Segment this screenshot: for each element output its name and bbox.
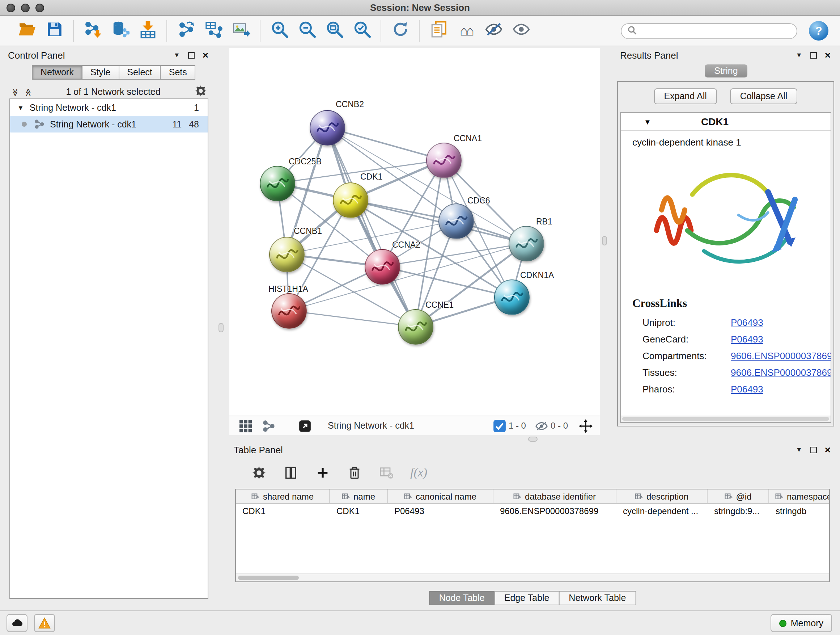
home-views-button[interactable]: ⌂⌂ (455, 20, 477, 42)
cloud-status-button[interactable] (6, 614, 27, 632)
show-graphics-details-button[interactable] (510, 20, 532, 42)
results-scrollbar-thumb[interactable] (622, 417, 829, 421)
crosslink-link[interactable]: P06493 (731, 317, 763, 328)
zoom-selected-button[interactable] (351, 20, 373, 42)
tab-select[interactable]: Select (118, 65, 161, 80)
hide-graphics-details-button[interactable] (483, 20, 504, 42)
birds-eye-view-button[interactable] (237, 417, 254, 434)
toolbar-search-field[interactable] (621, 23, 797, 39)
crosslink-link[interactable]: 9606.ENSP00000378699 (731, 350, 831, 361)
warnings-button[interactable] (34, 614, 55, 632)
column-header-shared-name[interactable]: shared name (236, 489, 330, 503)
network-collection-row[interactable]: ▼ String Network - cdk1 1 (10, 99, 208, 116)
expand-all-networks-icon[interactable]: ≫ (24, 88, 32, 96)
network-from-table-button[interactable] (202, 20, 224, 42)
table-cell[interactable]: stringdb:9... (707, 504, 769, 518)
column-header-description[interactable]: description (616, 489, 707, 503)
tab-sets[interactable]: Sets (160, 65, 196, 80)
edge-HIST1H1A-CCNE1[interactable] (289, 310, 415, 326)
column-header-namespace[interactable]: namespace (769, 489, 830, 503)
column-header-@id[interactable]: @id (707, 489, 769, 503)
delete-column-button[interactable] (347, 465, 363, 481)
function-builder-button[interactable]: f(x) (410, 466, 427, 480)
window-zoom-button[interactable] (35, 3, 44, 12)
control-panel-close-icon[interactable]: × (202, 50, 208, 60)
crosslink-link[interactable]: 9606.ENSP00000378699 (731, 367, 831, 378)
tab-network-table[interactable]: Network Table (559, 591, 636, 605)
new-network-button[interactable] (175, 20, 197, 42)
node-CCNA1[interactable] (426, 142, 461, 178)
window-titlebar[interactable]: Session: New Session (0, 0, 840, 16)
table-settings-button[interactable] (251, 465, 267, 481)
tab-node-table[interactable]: Node Table (429, 591, 495, 605)
table-panel-float-icon[interactable] (810, 447, 817, 453)
collapse-all-networks-icon[interactable]: ≫ (11, 88, 19, 96)
tab-edge-table[interactable]: Edge Table (494, 591, 560, 605)
hidden-indicator-button[interactable] (533, 417, 551, 434)
clipboard-button[interactable] (428, 20, 449, 42)
gene-caret-icon[interactable]: ▼ (644, 118, 651, 126)
table-cell[interactable]: stringdb (769, 504, 830, 518)
zoom-fit-button[interactable] (324, 20, 345, 42)
show-columns-button[interactable] (283, 465, 299, 481)
table-row[interactable]: CDK1CDK1P064939606.ENSP00000378699cyclin… (236, 504, 829, 518)
column-header-database-identifier[interactable]: database identifier (493, 489, 616, 503)
zoom-in-button[interactable] (268, 20, 290, 42)
import-network-database-button[interactable] (109, 20, 131, 42)
table-horizontal-scrollbar[interactable] (236, 573, 829, 581)
node-CDK1[interactable] (332, 182, 368, 218)
bottom-splitter-handle[interactable] (528, 437, 538, 442)
crosslink-link[interactable]: P06493 (731, 384, 763, 394)
edge-CCNB2-CCNE1[interactable] (327, 127, 415, 326)
table-cell[interactable]: P06493 (388, 504, 493, 518)
column-header-canonical-name[interactable]: canonical name (388, 489, 493, 503)
window-close-button[interactable] (6, 3, 15, 12)
refresh-view-button[interactable] (389, 20, 411, 42)
results-horizontal-scrollbar[interactable] (621, 416, 831, 422)
node-CDC25B[interactable] (259, 165, 295, 201)
table-scrollbar-thumb[interactable] (238, 576, 299, 580)
network-canvas[interactable]: CCNB2CCNA1CDC25BCDK1CDC6RB1CCNB1CCNA2CDK… (229, 48, 600, 416)
search-input[interactable] (640, 25, 791, 36)
pan-mode-button[interactable] (576, 417, 594, 434)
table-panel-close-icon[interactable]: × (825, 445, 831, 455)
network-row[interactable]: String Network - cdk1 11 48 (10, 116, 208, 133)
delete-table-button[interactable] (378, 465, 394, 481)
left-splitter-handle[interactable] (218, 323, 224, 333)
window-minimize-button[interactable] (21, 3, 30, 12)
crosslink-link[interactable]: P06493 (731, 334, 763, 345)
open-session-button[interactable] (16, 20, 38, 42)
results-panel-menu-icon[interactable]: ▼ (796, 51, 802, 59)
node-CDC6[interactable] (438, 203, 474, 239)
memory-button[interactable]: Memory (771, 614, 832, 632)
results-panel-close-icon[interactable]: × (825, 50, 831, 60)
results-panel-float-icon[interactable] (810, 52, 817, 58)
network-type-button[interactable] (260, 417, 277, 434)
table-cell[interactable]: CDK1 (236, 504, 330, 518)
node-CCNB2[interactable] (309, 110, 345, 145)
node-HIST1H1A[interactable] (271, 293, 306, 328)
node-CCNE1[interactable] (398, 309, 433, 344)
table-panel-menu-icon[interactable]: ▼ (796, 446, 802, 453)
table-cell[interactable]: 9606.ENSP00000378699 (493, 504, 616, 518)
right-splitter-handle[interactable] (602, 236, 607, 245)
export-image-button[interactable] (230, 20, 252, 42)
tab-style[interactable]: Style (82, 65, 119, 80)
node-CCNB1[interactable] (269, 236, 304, 272)
zoom-out-button[interactable] (296, 20, 317, 42)
collapse-all-button[interactable]: Collapse All (730, 88, 798, 104)
column-header-name[interactable]: name (330, 489, 388, 503)
import-table-file-button[interactable] (137, 20, 158, 42)
gene-section-header[interactable]: ▼ CDK1 (621, 113, 831, 131)
selected-indicator-button[interactable] (491, 417, 508, 434)
tab-string[interactable]: String (705, 65, 747, 78)
expand-all-button[interactable]: Expand All (654, 88, 717, 104)
create-column-button[interactable] (315, 465, 331, 481)
table-cell[interactable]: CDK1 (330, 504, 388, 518)
control-panel-float-icon[interactable] (188, 52, 195, 58)
save-session-button[interactable] (43, 20, 65, 42)
open-in-new-window-button[interactable] (296, 417, 313, 434)
edge-RB1-HIST1H1A[interactable] (289, 243, 526, 310)
network-options-gear-icon[interactable] (195, 84, 207, 100)
node-CDKN1A[interactable] (494, 279, 529, 315)
